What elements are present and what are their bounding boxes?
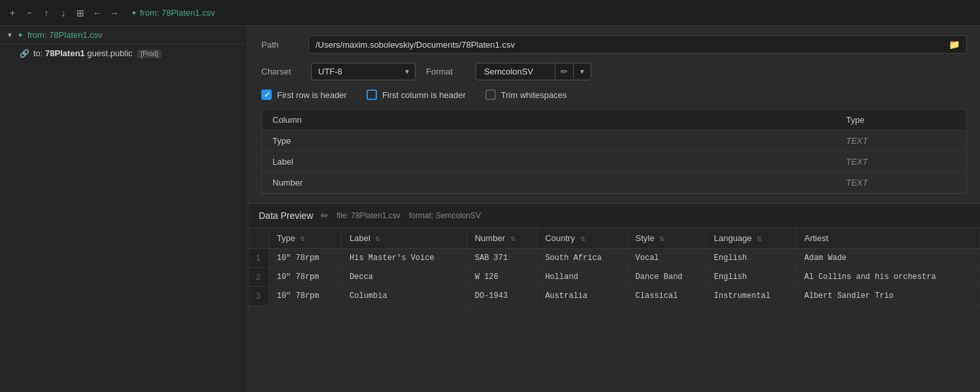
row-num-1: 1 (248, 249, 269, 268)
config-area: Path /Users/maxim.sobolevskiy/Documents/… (248, 26, 980, 204)
table-row: 3 10" 78rpm Columbia DO-1943 Australia C… (248, 287, 980, 306)
sidebar-destination-text: to: 78Platen1 guest.public [Prod] (33, 48, 161, 58)
row2-type: 10" 78rpm (269, 268, 341, 287)
layout-button[interactable]: ⊞ (73, 6, 88, 20)
row2-number: W 126 (466, 268, 537, 287)
sort-icon-style[interactable]: ⇅ (659, 235, 664, 242)
row1-artiest: Adam Wade (796, 249, 979, 268)
path-row: Path /Users/maxim.sobolevskiy/Documents/… (261, 35, 967, 54)
pencil-icon: ✏ (321, 210, 329, 221)
row-num-2: 2 (248, 268, 269, 287)
charset-label: Charset (261, 67, 301, 76)
col-row-number: Number TEXT (262, 172, 966, 193)
data-table-wrapper[interactable]: Type ⇅ Label ⇅ Number ⇅ Country ⇅ Style … (248, 228, 980, 392)
preview-file-label: file: 78Platen1.csv (336, 211, 400, 220)
trim-whitespaces-checkbox[interactable]: Trim whitespaces (485, 90, 567, 100)
charset-format-row: Charset UTF-8 UTF-16 ISO-8859-1 ▼ Format… (261, 63, 967, 80)
row3-label: Columbia (342, 287, 467, 306)
sort-icon-language[interactable]: ⇅ (757, 235, 762, 242)
back-button[interactable]: ← (90, 6, 105, 20)
env-badge: [Prod] (137, 50, 161, 58)
tab-file-icon: ✦ (131, 8, 137, 18)
first-row-header-checkbox[interactable]: ✓ First row is header (261, 90, 347, 100)
row2-artiest: Al Collins and his orchestra (796, 268, 979, 287)
first-col-header-checkbox[interactable]: First column is header (367, 90, 466, 100)
row3-language: Instrumental (706, 287, 796, 306)
sort-icon-country[interactable]: ⇅ (580, 235, 585, 242)
row3-number: DO-1943 (466, 287, 537, 306)
th-type: Type ⇅ (269, 228, 341, 249)
destination-schema: guest.public (87, 48, 132, 58)
format-dropdown-button[interactable]: ▼ (573, 65, 591, 78)
preview-title: Data Preview (259, 210, 313, 221)
right-panel: Path /Users/maxim.sobolevskiy/Documents/… (248, 26, 980, 392)
path-input[interactable]: /Users/maxim.sobolevskiy/Documents/78Pla… (308, 35, 967, 54)
sort-icon-number[interactable]: ⇅ (510, 235, 515, 242)
sidebar-filename: from: 78Platen1.csv (27, 30, 103, 40)
col-row-type: Type TEXT (262, 131, 966, 152)
sort-icon-label[interactable]: ⇅ (375, 235, 380, 242)
checkmark-icon: ✓ (264, 91, 270, 99)
columns-table: Column Type Type TEXT Label TEXT Number … (261, 109, 967, 194)
remove-button[interactable]: － (22, 6, 37, 20)
row1-country: South Africa (537, 249, 627, 268)
sort-icon-type[interactable]: ⇅ (300, 235, 305, 242)
trim-whitespaces-box[interactable] (485, 90, 496, 100)
column-col-header: Column (262, 110, 836, 130)
charset-select-wrapper: UTF-8 UTF-16 ISO-8859-1 ▼ (311, 63, 416, 80)
checkbox-row: ✓ First row is header First column is he… (261, 90, 967, 100)
forward-button[interactable]: → (107, 6, 122, 20)
sidebar: ▼ ✦ from: 78Platen1.csv 🔗 to: 78Platen1 … (0, 26, 248, 392)
charset-select[interactable]: UTF-8 UTF-16 ISO-8859-1 (311, 63, 416, 80)
up-button[interactable]: ↑ (39, 6, 54, 20)
col-name-label: Label (262, 152, 836, 172)
table-row: 1 10" 78rpm His Master's Voice SAB 371 S… (248, 249, 980, 268)
data-preview-header: Data Preview ✏ file: 78Platen1.csv forma… (248, 204, 980, 228)
col-row-label: Label TEXT (262, 152, 966, 172)
path-value: /Users/maxim.sobolevskiy/Documents/78Pla… (316, 40, 515, 50)
first-col-header-box[interactable] (367, 90, 377, 100)
type-col-header: Type (836, 110, 966, 130)
sidebar-destination: 🔗 to: 78Platen1 guest.public [Prod] (0, 44, 248, 62)
destination-filename: 78Platen1 (45, 48, 85, 58)
top-bar: ＋ － ↑ ↓ ⊞ ← → ✦ from: 78Platen1.csv (0, 0, 980, 26)
folder-icon: 📁 (949, 39, 960, 50)
row3-style: Classical (627, 287, 706, 306)
chevron-down-icon: ▼ (7, 31, 13, 39)
data-preview-section: Data Preview ✏ file: 78Platen1.csv forma… (248, 204, 980, 392)
link-icon: 🔗 (20, 49, 29, 58)
first-col-header-label: First column is header (382, 90, 466, 100)
format-label: Format (426, 67, 465, 76)
preview-format-label: format: SemcolonSV (409, 211, 481, 220)
table-header-row: Type ⇅ Label ⇅ Number ⇅ Country ⇅ Style … (248, 228, 980, 249)
row1-type: 10" 78rpm (269, 249, 341, 268)
add-button[interactable]: ＋ (5, 6, 20, 20)
to-label: to: (33, 48, 42, 58)
row1-style: Vocal (627, 249, 706, 268)
down-button[interactable]: ↓ (56, 6, 71, 20)
col-name-type: Type (262, 131, 836, 151)
row2-language: English (706, 268, 796, 287)
col-type-type: TEXT (836, 131, 966, 151)
col-name-number: Number (262, 172, 836, 193)
row2-style: Dance Band (627, 268, 706, 287)
sidebar-file-item[interactable]: ▼ ✦ from: 78Platen1.csv (0, 26, 248, 44)
active-tab[interactable]: ✦ from: 78Platen1.csv (131, 8, 215, 18)
th-language: Language ⇅ (706, 228, 796, 249)
tab-label-text: from: 78Platen1.csv (140, 8, 215, 18)
first-row-header-box[interactable]: ✓ (261, 90, 272, 100)
row1-label: His Master's Voice (342, 249, 467, 268)
row-num-header (248, 228, 269, 249)
format-edit-button[interactable]: ✏ (555, 63, 573, 80)
row2-label: Decca (342, 268, 467, 287)
th-label: Label ⇅ (342, 228, 467, 249)
format-value: SemcolonSV (476, 63, 555, 80)
table-row: 2 10" 78rpm Decca W 126 Holland Dance Ba… (248, 268, 980, 287)
col-type-label: TEXT (836, 152, 966, 172)
th-number: Number ⇅ (466, 228, 537, 249)
columns-table-header: Column Type (262, 110, 966, 131)
th-country: Country ⇅ (537, 228, 627, 249)
toolbar-icons: ＋ － ↑ ↓ ⊞ ← → (5, 6, 122, 20)
row2-country: Holland (537, 268, 627, 287)
data-table: Type ⇅ Label ⇅ Number ⇅ Country ⇅ Style … (248, 228, 980, 306)
